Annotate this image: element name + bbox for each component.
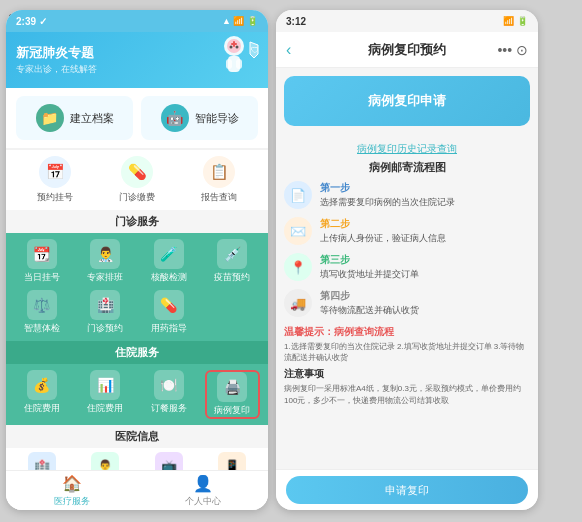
flow-step-2: ✉️ 第二步 上传病人身份证，验证病人信息 [284, 217, 530, 245]
svg-rect-3 [226, 59, 232, 69]
notice-section: 温馨提示：病例查询流程 1.选择需要复印的当次住院记录 2.填写收货地址并提交订… [276, 325, 538, 363]
today-reg-label: 当日挂号 [24, 271, 60, 284]
appointment-label: 预约挂号 [37, 191, 73, 204]
mascot-area: 🛡 [204, 34, 264, 88]
vaccine-icon: 💉 [217, 239, 247, 269]
history-link[interactable]: 病例复印历史记录查询 [357, 143, 457, 154]
tab-medical-service[interactable]: 🏠 医疗服务 [6, 471, 137, 510]
report-icon: 📋 [203, 156, 235, 188]
service-smart-checkup[interactable]: ⚖️ 智慧体检 [12, 290, 72, 335]
tab-personal-center[interactable]: 👤 个人中心 [137, 471, 268, 510]
outpatient-grid-row2: ⚖️ 智慧体检 🏥 门诊预约 💊 用药指导 [6, 290, 268, 341]
nucleic-acid-icon: 🧪 [154, 239, 184, 269]
status-time-2: 3:12 [286, 16, 306, 27]
icon-report[interactable]: 📋 报告查询 [201, 156, 237, 204]
flow-step-4: 🚚 第四步 等待物流配送并确认收货 [284, 289, 530, 317]
inpatient-section-header: 住院服务 [6, 341, 268, 364]
header-banner: 新冠肺炎专题 专家出诊，在线解答 🛡 [6, 32, 268, 88]
notes-text: 病例复印一采用标准A4纸，复制0.3元，采取预约模式，单价费用约100元，多少不… [284, 383, 530, 405]
quick-action-archive[interactable]: 📁 建立档案 [16, 96, 133, 140]
outpatient-grid-row1: 📆 当日挂号 👨‍⚕️ 专家排班 🧪 核酸检测 💉 疫苗预约 [6, 233, 268, 290]
tab-bar-1: 🏠 医疗服务 👤 个人中心 [6, 470, 268, 510]
status-time-1: 2:39 ✓ [16, 16, 47, 27]
mascot-icon: 🛡 [204, 34, 264, 84]
service-vaccine[interactable]: 💉 疫苗预约 [203, 239, 263, 284]
nav-title: 病例复印预约 [368, 41, 446, 59]
banner-text: 病例复印申请 [368, 92, 446, 110]
main-icon-grid: 📅 预约挂号 💊 门诊缴费 📋 报告查询 [6, 150, 268, 210]
flow-step-1: 📄 第一步 选择需要复印病例的当次住院记录 [284, 181, 530, 209]
step2-icon: ✉️ [284, 217, 312, 245]
step2-desc: 上传病人身份证，验证病人信息 [320, 232, 446, 245]
svg-text:🛡: 🛡 [251, 46, 259, 55]
flow-title: 病例邮寄流程图 [284, 160, 530, 175]
smart-guide-icon: 🤖 [161, 104, 189, 132]
inpatient-fee2-icon: 📊 [90, 370, 120, 400]
step1-desc: 选择需要复印病例的当次住院记录 [320, 196, 455, 209]
inpatient-fee-label: 住院费用 [24, 402, 60, 415]
icon-appointment[interactable]: 📅 预约挂号 [37, 156, 73, 204]
report-label: 报告查询 [201, 191, 237, 204]
status-bar-2: 3:12 📶🔋 [276, 10, 538, 32]
expert-schedule-icon: 👨‍⚕️ [90, 239, 120, 269]
phone-screen-2: 3:12 📶🔋 ‹ 病例复印预约 ••• ⊙ 病例复印申请 病例复印历史记录查询… [276, 10, 538, 510]
notes-section: 注意事项 病例复印一采用标准A4纸，复制0.3元，采取预约模式，单价费用约100… [276, 367, 538, 405]
step2-num: 第二步 [320, 217, 446, 231]
header-subtitle: 专家出诊，在线解答 [16, 63, 97, 76]
back-button[interactable]: ‹ [286, 41, 291, 59]
step3-icon: 📍 [284, 253, 312, 281]
outpatient-appt-label: 门诊预约 [87, 322, 123, 335]
step3-desc: 填写收货地址并提交订单 [320, 268, 419, 281]
service-inpatient-fee2[interactable]: 📊 住院费用 [76, 370, 136, 419]
svg-rect-6 [233, 41, 235, 47]
payment-label: 门诊缴费 [119, 191, 155, 204]
step4-icon: 🚚 [284, 289, 312, 317]
archive-icon: 📁 [36, 104, 64, 132]
vaccine-label: 疫苗预约 [214, 271, 250, 284]
service-case-copy[interactable]: 🖨️ 病例复印 [205, 370, 261, 419]
smart-checkup-label: 智慧体检 [24, 322, 60, 335]
meal-order-label: 订餐服务 [151, 402, 187, 415]
service-medication-guide[interactable]: 💊 用药指导 [139, 290, 199, 335]
service-today-registration[interactable]: 📆 当日挂号 [12, 239, 72, 284]
record-banner: 病例复印申请 [284, 76, 530, 126]
notice-text: 1.选择需要复印的当次住院记录 2.填写收货地址并提交订单 3.等待物流配送并确… [284, 341, 530, 363]
payment-icon: 💊 [121, 156, 153, 188]
step1-num: 第一步 [320, 181, 455, 195]
service-meal-order[interactable]: 🍽️ 订餐服务 [139, 370, 199, 419]
service-outpatient-appt[interactable]: 🏥 门诊预约 [76, 290, 136, 335]
service-expert-schedule[interactable]: 👨‍⚕️ 专家排班 [76, 239, 136, 284]
quick-actions-row: 📁 建立档案 🤖 智能导诊 [6, 88, 268, 148]
personal-center-label: 个人中心 [185, 495, 221, 508]
inpatient-fee2-label: 住院费用 [87, 402, 123, 415]
step4-num: 第四步 [320, 289, 419, 303]
status-bar-1: 2:39 ✓ ▲ 📶 🔋 [6, 10, 268, 32]
medication-guide-label: 用药指导 [151, 322, 187, 335]
more-button[interactable]: ••• ⊙ [497, 42, 528, 58]
step3-num: 第三步 [320, 253, 419, 267]
service-nucleic-acid[interactable]: 🧪 核酸检测 [139, 239, 199, 284]
status-icons-1: ▲ 📶 🔋 [222, 16, 258, 26]
service-placeholder [203, 290, 263, 335]
appointment-icon: 📅 [39, 156, 71, 188]
today-reg-icon: 📆 [27, 239, 57, 269]
medical-service-label: 医疗服务 [54, 495, 90, 508]
service-inpatient-fee[interactable]: 💰 住院费用 [12, 370, 72, 419]
phone-screen-1: 2:39 ✓ ▲ 📶 🔋 新冠肺炎专题 专家出诊，在线解答 [6, 10, 268, 510]
case-copy-icon: 🖨️ [217, 372, 247, 402]
step1-icon: 📄 [284, 181, 312, 209]
smart-checkup-icon: ⚖️ [27, 290, 57, 320]
archive-label: 建立档案 [70, 111, 114, 126]
medication-guide-icon: 💊 [154, 290, 184, 320]
expert-schedule-label: 专家排班 [87, 271, 123, 284]
outpatient-appt-icon: 🏥 [90, 290, 120, 320]
status-icons-2: 📶🔋 [503, 16, 528, 26]
flow-diagram: 病例邮寄流程图 📄 第一步 选择需要复印病例的当次住院记录 ✉️ 第二步 上传病… [276, 160, 538, 317]
step4-desc: 等待物流配送并确认收货 [320, 304, 419, 317]
medical-service-icon: 🏠 [62, 474, 82, 493]
icon-payment[interactable]: 💊 门诊缴费 [119, 156, 155, 204]
quick-action-smart-guide[interactable]: 🤖 智能导诊 [141, 96, 258, 140]
notice-title: 温馨提示：病例查询流程 [284, 325, 530, 339]
submit-button[interactable]: 申请复印 [286, 476, 528, 504]
header-title: 新冠肺炎专题 [16, 44, 97, 62]
